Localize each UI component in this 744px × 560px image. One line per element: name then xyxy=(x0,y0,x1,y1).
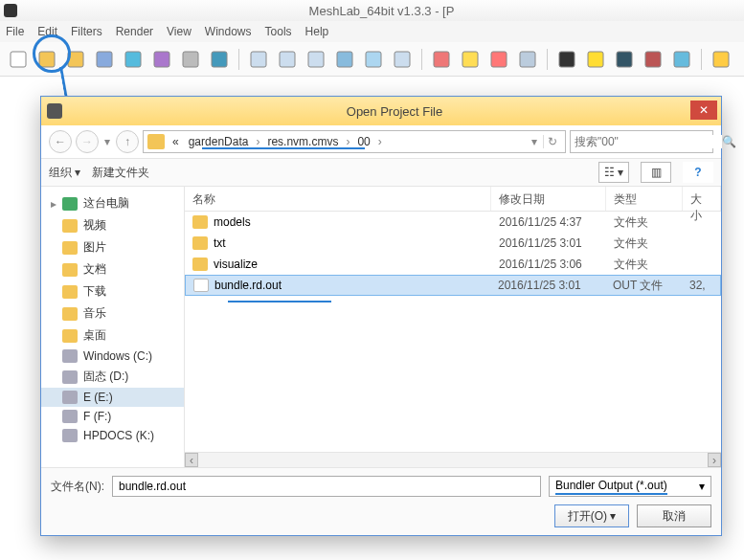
nav-item[interactable]: F (F:) xyxy=(41,407,184,426)
col-size[interactable]: 大小 xyxy=(683,187,721,211)
menu-help[interactable]: Help xyxy=(305,25,329,38)
organize-button[interactable]: 组织 ▾ xyxy=(49,165,80,181)
points-icon[interactable] xyxy=(275,47,300,72)
nav-item[interactable]: 桌面 xyxy=(41,325,184,347)
project-open-icon[interactable] xyxy=(63,47,88,72)
file-date: 2016/11/25 3:06 xyxy=(491,258,606,271)
search-icon[interactable]: 🔍 xyxy=(722,135,736,148)
file-row[interactable]: bundle.rd.out2016/11/25 3:01OUT 文件32, xyxy=(185,275,721,296)
open-project-dialog: Open Project File ✕ ← → ▾ ↑ « gardenData… xyxy=(40,96,722,536)
menu-render[interactable]: Render xyxy=(116,25,153,38)
box-select-icon[interactable] xyxy=(390,47,415,72)
svg-rect-7 xyxy=(212,52,227,67)
view-mode-button[interactable]: ☷ ▾ xyxy=(598,162,629,183)
target-icon[interactable] xyxy=(554,47,579,72)
reload-icon[interactable] xyxy=(92,47,117,72)
nav-item[interactable]: 固态 (D:) xyxy=(41,366,184,388)
svg-rect-1 xyxy=(39,52,55,67)
layers-icon[interactable] xyxy=(178,47,203,72)
horizontal-scrollbar[interactable]: ‹ › xyxy=(185,452,721,467)
nav-item[interactable]: 视频 xyxy=(41,214,184,236)
nav-item[interactable]: 音乐 xyxy=(41,302,184,325)
menu-file[interactable]: File xyxy=(6,25,24,38)
filename-label: 文件名(N): xyxy=(51,479,104,495)
dialog-titlebar[interactable]: Open Project File ✕ xyxy=(41,97,721,125)
search-box[interactable]: 🔍 xyxy=(570,130,713,153)
svg-rect-17 xyxy=(520,52,535,67)
image-icon[interactable] xyxy=(121,47,146,72)
scroll-left-icon[interactable]: ‹ xyxy=(185,453,198,467)
dropdown-history-icon[interactable]: ▾ xyxy=(102,135,112,148)
breadcrumb-seg-1[interactable]: res.nvm.cmvs xyxy=(263,135,342,148)
file-row[interactable]: txt2016/11/25 3:01文件夹 xyxy=(185,233,721,254)
help-icon[interactable]: ? xyxy=(683,162,713,183)
open-button[interactable]: 打开(O) ▾ xyxy=(554,504,629,527)
col-name[interactable]: 名称 xyxy=(185,187,491,211)
file-type: 文件夹 xyxy=(606,235,683,252)
drive-icon xyxy=(62,391,78,404)
new-folder-button[interactable]: 新建文件夹 xyxy=(92,165,149,181)
ruler-icon[interactable] xyxy=(669,47,694,72)
refresh-icon[interactable]: ↻ xyxy=(543,135,561,148)
box-light-icon[interactable] xyxy=(361,47,386,72)
marker-a-icon[interactable] xyxy=(583,47,608,72)
forward-button[interactable]: → xyxy=(76,130,99,153)
file-type: OUT 文件 xyxy=(605,278,682,294)
menu-view[interactable]: View xyxy=(167,25,192,38)
menu-windows[interactable]: Windows xyxy=(205,25,252,38)
file-row[interactable]: models2016/11/25 4:37文件夹 xyxy=(185,212,721,233)
nav-item[interactable]: 图片 xyxy=(41,236,184,258)
scroll-right-icon[interactable]: › xyxy=(708,453,721,467)
breadcrumb-seg-0[interactable]: gardenData xyxy=(185,135,253,148)
cancel-button[interactable]: 取消 xyxy=(637,504,711,527)
svg-rect-0 xyxy=(11,52,26,67)
document-new-icon[interactable] xyxy=(6,47,31,72)
svg-rect-16 xyxy=(491,52,507,67)
menu-filters[interactable]: Filters xyxy=(71,25,102,38)
close-button[interactable]: ✕ xyxy=(690,101,717,120)
nav-item[interactable]: Windows (C:) xyxy=(41,347,184,366)
filetype-select[interactable]: Bundler Output (*.out) ▾ xyxy=(549,476,711,497)
preview-pane-button[interactable]: ▥ xyxy=(641,162,671,183)
mesh-icon[interactable] xyxy=(515,47,540,72)
box-solid-icon[interactable] xyxy=(304,47,328,72)
folder-open-icon[interactable] xyxy=(34,47,59,72)
light-icon[interactable] xyxy=(458,47,483,72)
svg-rect-14 xyxy=(434,52,449,67)
pick-icon[interactable] xyxy=(429,47,454,72)
filename-input[interactable] xyxy=(112,476,541,497)
nav-item[interactable]: 下载 xyxy=(41,280,184,302)
mesh-info-icon[interactable] xyxy=(709,47,733,72)
box-texture-icon[interactable] xyxy=(332,47,357,72)
filetype-label: Bundler Output (*.out) xyxy=(555,479,667,495)
svg-rect-22 xyxy=(674,52,689,67)
col-date[interactable]: 修改日期 xyxy=(491,187,606,211)
toolbar-separator xyxy=(547,49,548,70)
file-list-header[interactable]: 名称 修改日期 类型 大小 xyxy=(185,187,721,212)
file-date: 2016/11/25 3:01 xyxy=(490,279,605,292)
search-input[interactable] xyxy=(571,135,722,148)
svg-rect-10 xyxy=(308,52,324,67)
col-type[interactable]: 类型 xyxy=(606,187,683,211)
file-row[interactable]: visualize2016/11/25 3:06文件夹 xyxy=(185,254,721,275)
menu-tools[interactable]: Tools xyxy=(265,25,292,38)
breadcrumb-seg-2[interactable]: 00 xyxy=(353,135,373,148)
filters-icon[interactable] xyxy=(149,47,174,72)
breadcrumb-box[interactable]: « gardenData › res.nvm.cmvs › 00 › ▾ ↻ xyxy=(143,130,566,153)
menu-edit[interactable]: Edit xyxy=(37,25,57,38)
nav-item[interactable]: 文档 xyxy=(41,258,184,280)
material-icon[interactable] xyxy=(486,47,511,72)
breadcrumb-dropdown-icon[interactable]: ▾ xyxy=(528,135,541,148)
plugin-icon[interactable] xyxy=(641,47,665,72)
info-icon[interactable] xyxy=(612,47,637,72)
nav-item[interactable]: E (E:) xyxy=(41,388,184,407)
back-button[interactable]: ← xyxy=(49,130,72,153)
navigation-pane[interactable]: ▸这台电脑视频图片文档下载音乐桌面Windows (C:)固态 (D:)E (E… xyxy=(41,187,185,467)
dialog-title: Open Project File xyxy=(68,104,721,119)
snapshot-icon[interactable] xyxy=(207,47,232,72)
nav-this-pc[interactable]: ▸这台电脑 xyxy=(41,192,184,214)
file-rows[interactable]: models2016/11/25 4:37文件夹txt2016/11/25 3:… xyxy=(185,212,721,452)
box-wire-icon[interactable] xyxy=(246,47,271,72)
nav-item[interactable]: HPDOCS (K:) xyxy=(41,426,184,445)
up-button[interactable]: ↑ xyxy=(116,130,139,153)
